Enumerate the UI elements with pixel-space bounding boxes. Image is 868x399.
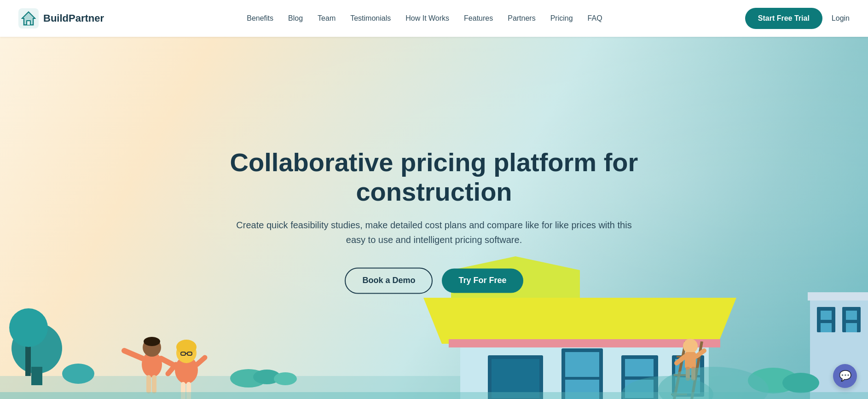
- main-nav: Benefits Blog Team Testimonials How It W…: [247, 14, 602, 23]
- svg-marker-33: [423, 298, 736, 344]
- svg-rect-7: [31, 367, 42, 385]
- svg-rect-16: [146, 375, 151, 393]
- svg-point-8: [62, 364, 94, 384]
- svg-rect-71: [0, 392, 868, 399]
- logo-text: BuildPartner: [43, 12, 104, 24]
- svg-rect-62: [821, 323, 832, 332]
- svg-point-68: [782, 373, 819, 393]
- hero-content: Collaborative pricing platform for const…: [227, 148, 641, 294]
- hero-subtitle: Create quick feasibility studies, make d…: [227, 218, 641, 248]
- svg-point-53: [683, 339, 698, 353]
- nav-features[interactable]: Features: [464, 14, 493, 23]
- svg-point-13: [144, 337, 160, 346]
- svg-rect-66: [808, 292, 868, 301]
- svg-rect-4: [27, 21, 30, 25]
- svg-rect-65: [846, 323, 857, 332]
- logo[interactable]: BuildPartner: [18, 8, 104, 29]
- svg-rect-34: [449, 339, 720, 347]
- site-header: BuildPartner Benefits Blog Team Testimon…: [0, 0, 868, 37]
- svg-point-20: [176, 340, 197, 354]
- nav-how-it-works[interactable]: How It Works: [405, 14, 449, 23]
- nav-partners[interactable]: Partners: [508, 14, 535, 23]
- try-for-free-button[interactable]: Try For Free: [442, 269, 523, 293]
- svg-rect-42: [625, 359, 654, 376]
- svg-rect-17: [152, 375, 156, 393]
- nav-testimonials[interactable]: Testimonials: [350, 14, 391, 23]
- hero-title: Collaborative pricing platform for const…: [227, 148, 641, 207]
- svg-rect-39: [565, 352, 599, 377]
- svg-line-15: [161, 359, 173, 364]
- login-link[interactable]: Login: [832, 14, 850, 23]
- svg-line-24: [168, 364, 176, 374]
- svg-rect-64: [846, 311, 857, 320]
- svg-point-30: [274, 372, 297, 385]
- svg-rect-61: [821, 311, 832, 320]
- hero-cta-buttons: Book a Demo Try For Free: [227, 268, 641, 294]
- svg-rect-54: [685, 352, 696, 368]
- nav-faq[interactable]: FAQ: [588, 14, 602, 23]
- chat-icon: 💬: [839, 370, 851, 382]
- header-actions: Start Free Trial Login: [745, 8, 850, 29]
- nav-benefits[interactable]: Benefits: [247, 14, 273, 23]
- hero-section: Collaborative pricing platform for const…: [0, 37, 868, 399]
- nav-team[interactable]: Team: [318, 14, 336, 23]
- chat-bubble-button[interactable]: 💬: [833, 364, 857, 388]
- svg-point-10: [9, 308, 48, 347]
- book-demo-button[interactable]: Book a Demo: [345, 268, 433, 294]
- logo-icon: [18, 8, 39, 29]
- nav-pricing[interactable]: Pricing: [550, 14, 573, 23]
- svg-line-14: [124, 351, 143, 359]
- nav-blog[interactable]: Blog: [288, 14, 303, 23]
- svg-line-25: [197, 358, 205, 364]
- start-free-trial-button[interactable]: Start Free Trial: [745, 8, 822, 29]
